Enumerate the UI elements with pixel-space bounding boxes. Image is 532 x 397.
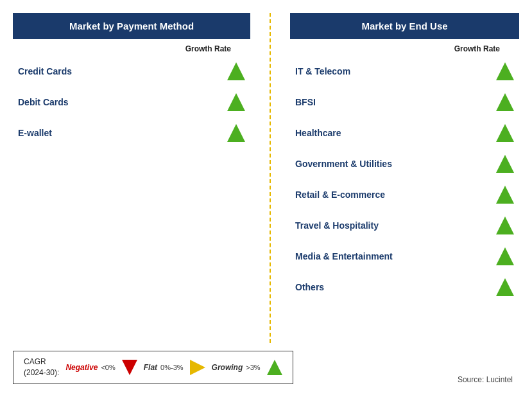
legend-negative: Negative <0% xyxy=(65,363,115,372)
left-item-label: Credit Cards xyxy=(18,66,72,76)
legend-arrow-down xyxy=(122,360,137,375)
center-divider xyxy=(270,13,271,343)
left-arrow-up xyxy=(227,124,245,142)
legend-flat-sub: 0%-3% xyxy=(160,364,183,371)
right-item-label: Media & Entertainment xyxy=(295,251,393,261)
panels-row: Market by Payment Method Growth Rate Cre… xyxy=(13,13,519,343)
left-arrow-up xyxy=(227,93,245,111)
legend-growing: Growing >3% xyxy=(212,363,261,372)
right-items-list: IT & Telecom BFSI Healthcare Government … xyxy=(290,56,519,303)
legend-arrow-up xyxy=(267,360,282,375)
left-item-label: Debit Cards xyxy=(18,97,69,107)
right-arrow-up xyxy=(496,216,514,234)
right-item-label: Healthcare xyxy=(295,128,341,138)
legend-cagr-label: CAGR xyxy=(24,357,46,366)
main-container: Market by Payment Method Growth Rate Cre… xyxy=(6,6,526,391)
legend-growing-sub: >3% xyxy=(246,364,260,371)
legend-growing-label: Growing xyxy=(212,363,243,372)
right-arrow-up xyxy=(496,124,514,142)
left-growth-rate-label: Growth Rate xyxy=(13,44,250,53)
right-growth-rate-label: Growth Rate xyxy=(290,44,519,53)
right-item-label: IT & Telecom xyxy=(295,66,350,76)
right-item-row: Media & Entertainment xyxy=(290,241,519,272)
left-items-list: Credit Cards Debit Cards E-wallet xyxy=(13,56,250,148)
right-arrow-up xyxy=(496,62,514,80)
legend-box: CAGR (2024-30): Negative <0% Flat 0%-3% … xyxy=(13,351,293,384)
right-item-label: Others xyxy=(295,282,324,292)
right-item-row: Government & Utilities xyxy=(290,148,519,179)
right-item-label: Travel & Hospitality xyxy=(295,220,379,231)
legend-arrow-right xyxy=(190,360,205,375)
right-item-row: Others xyxy=(290,272,519,303)
left-arrow-up xyxy=(227,62,245,80)
right-item-row: Retail & E-commerce xyxy=(290,179,519,210)
left-panel: Market by Payment Method Growth Rate Cre… xyxy=(13,13,263,343)
right-arrow-up xyxy=(496,186,514,204)
right-item-label: Retail & E-commerce xyxy=(295,190,385,200)
left-panel-header: Market by Payment Method xyxy=(13,13,250,39)
legend-cagr-years: (2024-30): xyxy=(24,368,59,377)
right-panel: Market by End Use Growth Rate IT & Telec… xyxy=(277,13,519,343)
right-panel-header: Market by End Use xyxy=(290,13,519,39)
right-item-label: Government & Utilities xyxy=(295,159,392,169)
bottom-row: CAGR (2024-30): Negative <0% Flat 0%-3% … xyxy=(13,346,519,384)
source-text: Source: Lucintel xyxy=(458,375,519,384)
legend-flat-label: Flat xyxy=(144,363,157,372)
left-item-row: E-wallet xyxy=(13,118,250,148)
right-item-row: Travel & Hospitality xyxy=(290,210,519,241)
legend-negative-sub: <0% xyxy=(101,364,115,371)
right-item-row: Healthcare xyxy=(290,118,519,148)
right-arrow-up xyxy=(496,247,514,265)
right-item-row: BFSI xyxy=(290,87,519,118)
right-item-row: IT & Telecom xyxy=(290,56,519,87)
right-item-label: BFSI xyxy=(295,97,316,107)
left-item-row: Credit Cards xyxy=(13,56,250,87)
right-arrow-up xyxy=(496,93,514,111)
legend-negative-label: Negative xyxy=(65,363,98,372)
right-arrow-up xyxy=(496,155,514,173)
legend-cagr: CAGR (2024-30): xyxy=(24,357,59,378)
legend-flat: Flat 0%-3% xyxy=(144,363,184,372)
left-item-label: E-wallet xyxy=(18,128,52,138)
right-arrow-up xyxy=(496,278,514,296)
left-item-row: Debit Cards xyxy=(13,87,250,118)
